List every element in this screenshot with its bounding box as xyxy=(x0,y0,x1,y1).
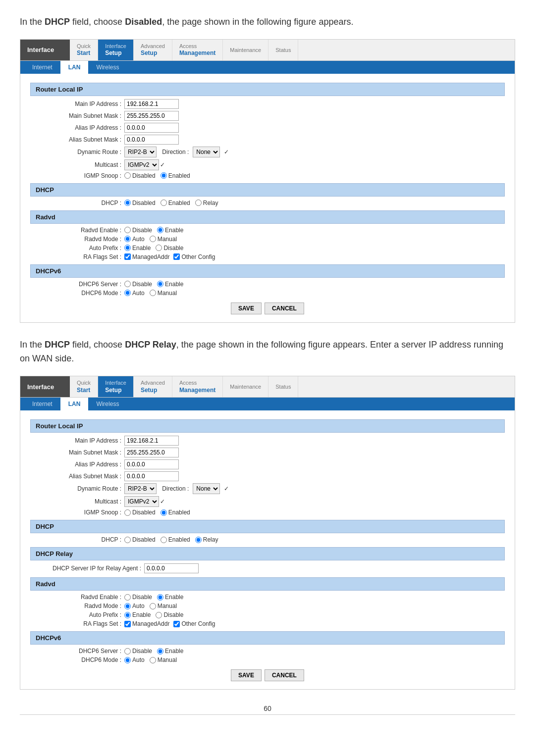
radvd-manual-radio-2[interactable]: Manual xyxy=(150,603,177,609)
alias-subnet-input-2[interactable] xyxy=(124,471,179,481)
bottom-divider xyxy=(20,714,515,715)
radvd-disable-radio-1[interactable]: Disable xyxy=(124,227,152,234)
dhcp-server-input-2[interactable] xyxy=(144,563,199,573)
section-router-local-ip-1: Router Local IP xyxy=(30,83,505,96)
dhcp6-manual-radio-2[interactable]: Manual xyxy=(150,656,177,663)
tab-interface-setup[interactable]: Interface Setup xyxy=(98,40,134,60)
radvd-enable-radio-1[interactable]: Enable xyxy=(157,227,183,234)
dhcp-relay-radio-1[interactable]: Relay xyxy=(195,200,218,206)
igmp-disabled-radio-1[interactable]: Disabled xyxy=(124,172,156,179)
ra-other-check-2[interactable]: Other Config xyxy=(173,620,215,627)
igmp-disabled-radio-2[interactable]: Disabled xyxy=(124,509,156,516)
tab-advanced-setup[interactable]: Advanced Setup xyxy=(134,40,172,60)
radvd-enable-radio-2[interactable]: Enable xyxy=(157,594,183,601)
dhcp-relay-radio-2[interactable]: Relay xyxy=(195,536,218,543)
intro-paragraph-2: In the DHCP field, choose DHCP Relay, th… xyxy=(20,338,515,366)
main-ip-input-2[interactable] xyxy=(124,436,179,446)
dhcp-disabled-radio-1[interactable]: Disabled xyxy=(124,200,156,206)
subnav-wireless[interactable]: Wireless xyxy=(88,61,127,74)
save-button-2[interactable]: SAVE xyxy=(231,669,262,681)
direction-select-2[interactable]: NoneBoth xyxy=(193,483,220,494)
dhcp-disabled-radio-2[interactable]: Disabled xyxy=(124,536,156,543)
multicast-select-1[interactable]: IGMPv2IGMPv3None xyxy=(124,159,159,170)
row-alias-subnet-1: Alias Subnet Mask : xyxy=(30,135,505,145)
router-panel-2: Interface Quick Start Interface Setup Ad… xyxy=(20,376,515,690)
tab2-status[interactable]: Status xyxy=(268,376,298,397)
tab2-interface-setup[interactable]: Interface Setup xyxy=(98,376,134,397)
dhcp6-auto-radio-2[interactable]: Auto xyxy=(124,656,145,663)
section-dhcpv6-2: DHCPv6 xyxy=(30,631,505,645)
tab-status[interactable]: Status xyxy=(268,40,298,60)
dhcp-bold-2: DHCP xyxy=(45,340,70,350)
tab2-maintenance[interactable]: Maintenance xyxy=(223,376,268,397)
btn-row-2: SAVE CANCEL xyxy=(30,669,505,681)
row-alias-ip-2: Alias IP Address : xyxy=(30,459,505,469)
alias-ip-input-1[interactable] xyxy=(124,123,179,133)
main-ip-input-1[interactable] xyxy=(124,99,179,109)
intro-paragraph-1: In the DHCP field, choose Disabled, the … xyxy=(20,15,515,29)
row-auto-prefix-2: Auto Prefix : Enable Disable xyxy=(30,611,505,618)
auto-prefix-disable-radio-1[interactable]: Disable xyxy=(156,245,183,252)
ra-managed-check-2[interactable]: ManagedAddr xyxy=(124,620,169,627)
row-alias-subnet-2: Alias Subnet Mask : xyxy=(30,471,505,481)
dynamic-route-select-1[interactable]: RIP2-BNone xyxy=(124,147,157,157)
main-subnet-input-2[interactable] xyxy=(124,448,179,457)
row-main-ip-2: Main IP Address : xyxy=(30,436,505,446)
radvd-manual-radio-1[interactable]: Manual xyxy=(150,236,177,243)
subnav-lan[interactable]: LAN xyxy=(60,61,89,74)
dhcp6-enable-radio-2[interactable]: Enable xyxy=(157,648,183,655)
radvd-auto-radio-2[interactable]: Auto xyxy=(124,603,145,609)
tab-quick-start[interactable]: Quick Start xyxy=(70,40,98,60)
row-radvd-enable-1: Radvd Enable : Disable Enable xyxy=(30,227,505,234)
panel-1-content: Router Local IP Main IP Address : Main S… xyxy=(20,74,515,322)
nav-bar-1: Interface Quick Start Interface Setup Ad… xyxy=(20,40,515,61)
radvd-disable-radio-2[interactable]: Disable xyxy=(124,594,152,601)
auto-prefix-enable-radio-2[interactable]: Enable xyxy=(124,611,151,618)
dhcp-relay-bold: DHCP Relay xyxy=(125,340,176,350)
dhcp-enabled-radio-2[interactable]: Enabled xyxy=(160,536,190,543)
alias-ip-input-2[interactable] xyxy=(124,459,179,469)
save-button-1[interactable]: SAVE xyxy=(231,302,262,314)
tab-maintenance[interactable]: Maintenance xyxy=(223,40,268,60)
tab2-advanced-setup[interactable]: Advanced Setup xyxy=(134,376,172,397)
subnav-internet[interactable]: Internet xyxy=(24,61,60,74)
row-dhcp-2: DHCP : Disabled Enabled Relay xyxy=(30,536,505,543)
dhcp6-manual-radio-1[interactable]: Manual xyxy=(150,290,177,297)
dhcp6-disable-radio-2[interactable]: Disable xyxy=(124,648,152,655)
row-main-subnet-1: Main Subnet Mask : xyxy=(30,111,505,121)
radvd-auto-radio-1[interactable]: Auto xyxy=(124,236,145,243)
section-dhcp-relay-2: DHCP Relay xyxy=(30,547,505,560)
ra-other-check-1[interactable]: Other Config xyxy=(173,253,215,260)
row-dhcp-server-2: DHCP Server IP for Relay Agent : xyxy=(30,563,505,573)
row-multicast-1: Multicast : IGMPv2IGMPv3None ✓ xyxy=(30,159,505,170)
dhcp6-auto-radio-1[interactable]: Auto xyxy=(124,290,145,297)
ra-managed-check-1[interactable]: ManagedAddr xyxy=(124,253,169,260)
cancel-button-2[interactable]: CANCEL xyxy=(265,669,304,681)
igmp-enabled-radio-2[interactable]: Enabled xyxy=(160,509,190,516)
subnav2-wireless[interactable]: Wireless xyxy=(88,398,127,410)
row-igmp-snoop-2: IGMP Snoop : Disabled Enabled xyxy=(30,509,505,516)
direction-select-1[interactable]: NoneBoth xyxy=(193,147,220,157)
dynamic-route-select-2[interactable]: RIP2-BNone xyxy=(124,483,157,494)
row-multicast-2: Multicast : IGMPv2IGMPv3None ✓ xyxy=(30,496,505,507)
auto-prefix-disable-radio-2[interactable]: Disable xyxy=(156,611,183,618)
multicast-select-2[interactable]: IGMPv2IGMPv3None xyxy=(124,496,159,507)
dhcp6-disable-radio-1[interactable]: Disable xyxy=(124,281,152,288)
nav-bar-2: Interface Quick Start Interface Setup Ad… xyxy=(20,376,515,398)
main-subnet-input-1[interactable] xyxy=(124,111,179,121)
row-dhcp-1: DHCP : Disabled Enabled Relay xyxy=(30,200,505,206)
row-ra-flags-2: RA Flags Set : ManagedAddr Other Config xyxy=(30,620,505,627)
cancel-button-1[interactable]: CANCEL xyxy=(265,302,304,314)
panel-2-content: Router Local IP Main IP Address : Main S… xyxy=(20,410,515,689)
sub-nav-1: Internet LAN Wireless xyxy=(20,61,515,74)
alias-subnet-input-1[interactable] xyxy=(124,135,179,145)
dhcp-enabled-radio-1[interactable]: Enabled xyxy=(160,200,190,206)
subnav2-internet[interactable]: Internet xyxy=(24,398,60,410)
dhcp6-enable-radio-1[interactable]: Enable xyxy=(157,281,183,288)
auto-prefix-enable-radio-1[interactable]: Enable xyxy=(124,245,151,252)
igmp-enabled-radio-1[interactable]: Enabled xyxy=(160,172,190,179)
subnav2-lan[interactable]: LAN xyxy=(60,398,89,410)
tab2-access-management[interactable]: Access Management xyxy=(172,376,223,397)
tab2-quick-start[interactable]: Quick Start xyxy=(70,376,98,397)
tab-access-management[interactable]: Access Management xyxy=(172,40,223,60)
